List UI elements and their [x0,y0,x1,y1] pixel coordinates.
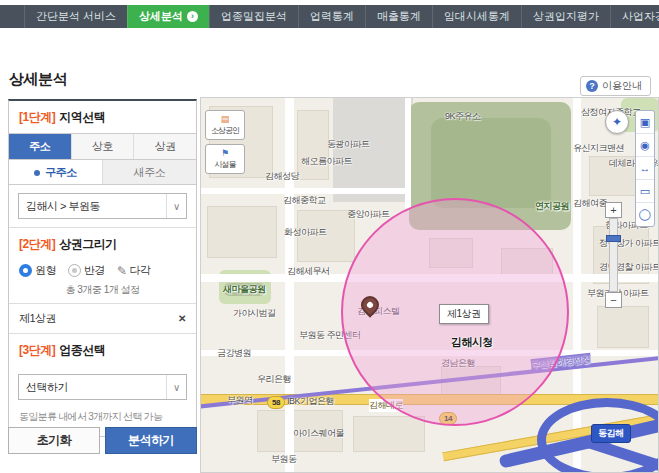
nav-label: 업종밀집분석 [221,9,287,24]
map-label: 유신지크맨션 [573,142,624,155]
draw-option-circle[interactable]: 원형 [19,263,56,278]
chevron-down-icon: ∨ [166,194,186,218]
zoom-out-button[interactable]: − [605,292,622,308]
draw-count-note: 총 3개중 1개 설정 [9,282,196,303]
nav-item-location-eval[interactable]: 상권입지평가 [521,5,610,28]
help-button-label: 이용안내 [602,79,642,93]
draw-polygon-label: 다각 [130,263,151,278]
distance-icon: ↔ [640,162,651,174]
step3-header: [3단계]업종선택 [9,334,196,366]
reset-button[interactable]: 초기화 [8,427,100,454]
map-canvas[interactable]: 9K주유소삼정여자중학교동광아파트해오름아파트유신지크맨션데체라스타워김해성당김… [200,97,659,473]
map-label: 동광아파트 [327,138,370,151]
layer-toggle-label: 소상공인 [211,125,239,136]
nav-label: 간단분석 서비스 [36,9,116,24]
tab-store-name[interactable]: 상호 [71,134,134,159]
district-badge: 제1상권 [439,304,489,324]
map-tool-strip: ▣ ◉ ↔ ▭ ◯ [635,110,655,227]
map-label: 동김해 [591,424,631,443]
map-building [353,416,425,452]
nav-item-simple-analysis[interactable]: 간단분석 서비스 [24,5,127,28]
measure-area-button[interactable]: ▭ [636,180,654,203]
help-button[interactable]: ? 이용안내 [580,76,651,96]
map-label: 화성아파트 [284,226,327,239]
skyview-button[interactable]: ▣ [636,111,654,134]
compass-icon: ✦ [612,115,622,129]
map-label: 김해중학교 [283,194,326,207]
chevron-down-icon: ∨ [166,375,186,399]
nav-item-rent-stats[interactable]: 임대시세통계 [432,5,521,28]
pin-dot [366,301,374,309]
map-label: 9K주유소 [445,110,481,123]
measure-distance-button[interactable]: ↔ [636,157,654,180]
map-label: 부원역 [227,394,253,407]
subtab-new-address[interactable]: 새주소 [102,160,196,184]
nav-item-owner-eval[interactable]: 사업자경영평가 [610,5,659,28]
nav-label: 상세분석 [139,9,183,24]
map-label: 김해여중 [573,197,607,210]
zoom-control: + − [605,202,622,308]
map-park-area [431,118,551,208]
nav-item-business-age-stats[interactable]: 업력통계 [298,5,365,28]
radio-off-icon [68,264,81,277]
top-navigation: 간단분석 서비스 상세분석› 업종밀집분석 업력통계 매출통계 임대시세통계 상… [0,5,659,28]
nav-label: 사업자경영평가 [622,9,659,24]
compass-button[interactable]: ✦ [605,110,629,134]
area-icon: ▭ [640,185,650,198]
tab-address[interactable]: 주소 [9,134,71,159]
remove-district-icon[interactable]: ✕ [178,313,186,324]
step2-title: 상권그리기 [59,237,117,251]
nav-label: 매출통계 [377,9,421,24]
map-label: IBK기업은행 [287,395,334,408]
step1-badge: [1단계] [19,110,55,124]
measure-radius-button[interactable]: ◯ [636,203,654,226]
roadview-icon: ◉ [640,139,650,152]
map-label: 중앙아파트 [347,208,390,221]
map-label: 김해세무서 [287,265,330,278]
map-building [207,206,277,258]
page-title: 상세분석 [9,70,67,89]
pencil-icon: ✎ [117,264,127,278]
layer-toggle-small-business[interactable]: ▤ 소상공인 [205,110,245,140]
step2-badge: [2단계] [19,237,55,251]
region-select[interactable]: 김해시 > 부원동 ∨ [18,193,187,219]
nav-active-icon: › [187,11,198,22]
map-label: 58 [267,396,285,409]
nav-item-density-analysis[interactable]: 업종밀집분석 [209,5,298,28]
zoom-slider-handle[interactable] [606,235,621,242]
store-icon: ▤ [221,115,230,124]
step1-header: [1단계]지역선택 [9,101,196,133]
question-icon: ? [586,80,598,92]
category-select[interactable]: 선택하기 ∨ [18,374,187,400]
zoom-slider-track[interactable] [609,218,618,292]
page: 간단분석 서비스 상세분석› 업종밀집분석 업력통계 매출통계 임대시세통계 상… [0,0,659,473]
map-label: 해오름아파트 [301,155,352,168]
draw-option-polygon[interactable]: ✎ 다각 [117,263,151,278]
subtab-old-address[interactable]: 구주소 [9,160,102,184]
tab-trade-area[interactable]: 상권 [133,134,196,159]
nav-label: 업력통계 [310,9,354,24]
map-label: 가야시범길 [233,307,276,320]
district-name: 제1상권 [19,311,56,326]
nav-item-detail-analysis[interactable]: 상세분석› [127,5,209,28]
facility-icon: ⚑ [221,149,229,158]
nav-item-sales-stats[interactable]: 매출통계 [365,5,432,28]
district-list-item: 제1상권 ✕ [9,303,196,334]
radio-on-icon [19,264,32,277]
map-building [597,306,649,348]
radius-tool-icon: ◯ [639,208,651,221]
analyze-button[interactable]: 분석하기 [105,427,197,454]
map-building [297,110,329,180]
map-label: 김해성당 [265,170,299,183]
layer-toggle-label: 시설물 [215,159,236,170]
draw-option-radius[interactable]: 반경 [68,263,105,278]
roadview-button[interactable]: ◉ [636,134,654,157]
map-label: 금강병원 [217,347,251,360]
address-type-subtabs: 구주소 새주소 [9,160,196,185]
nav-label: 상권입지평가 [533,9,599,24]
map-label: 아이스퀘어몰 [293,427,344,440]
map-label: 김해시청 [451,335,493,350]
skyview-icon: ▣ [640,116,650,129]
zoom-in-button[interactable]: + [605,202,622,218]
layer-toggle-facility[interactable]: ⚑ 시설물 [205,144,245,174]
